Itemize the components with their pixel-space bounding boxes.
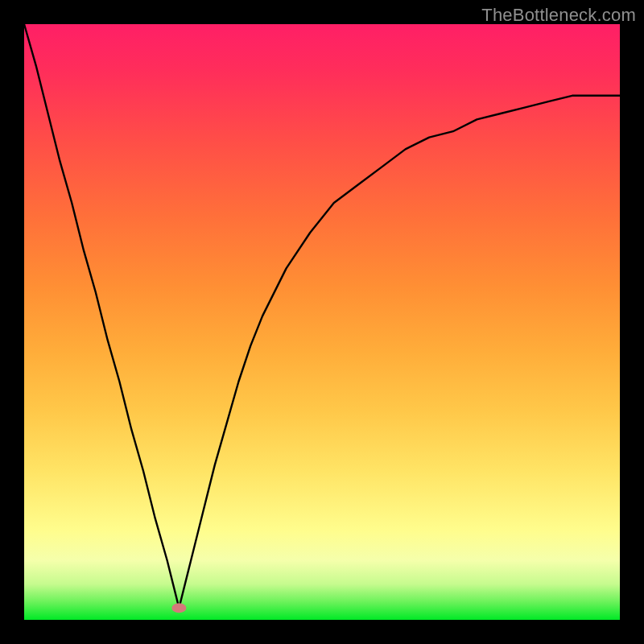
watermark-text: TheBottleneck.com (481, 5, 636, 26)
curve-svg (24, 24, 620, 620)
plot-area (24, 24, 620, 620)
dip-marker (171, 603, 186, 613)
chart-frame: TheBottleneck.com (0, 0, 644, 644)
bottleneck-curve (24, 24, 620, 608)
